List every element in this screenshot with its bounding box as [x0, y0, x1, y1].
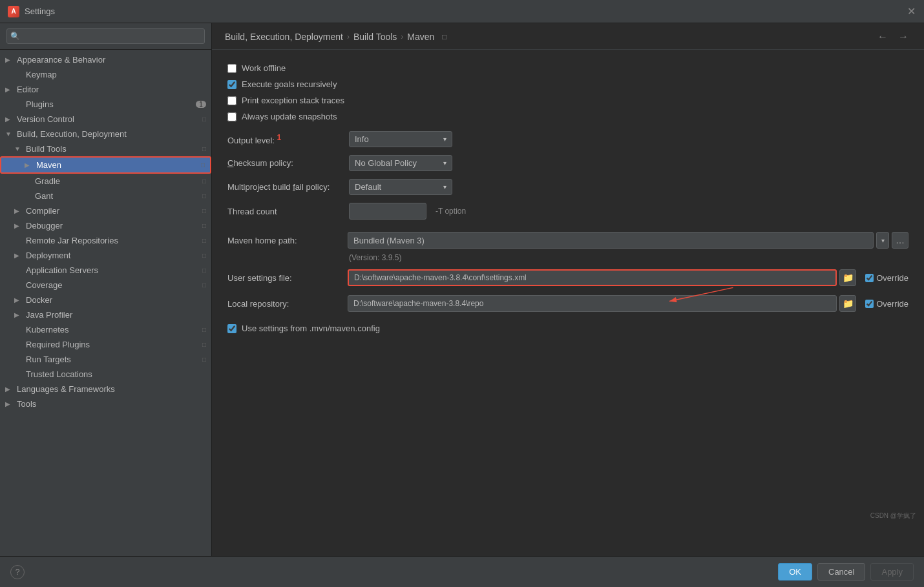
pin-icon-maven: □ — [201, 161, 205, 169]
help-button[interactable]: ? — [10, 565, 25, 579]
sidebar-item-application-servers[interactable]: Application Servers□ — [0, 263, 211, 278]
maven-home-dropdown-btn[interactable]: ▾ — [876, 232, 889, 249]
sidebar-label-build-execution-deployment: Build, Execution, Deployment — [17, 129, 127, 139]
print-stack-label[interactable]: Print exception stack traces — [242, 96, 344, 105]
sidebar-item-maven[interactable]: ▶Maven□ — [0, 156, 211, 174]
sidebar-item-tools[interactable]: ▶Tools — [0, 396, 211, 411]
breadcrumb-bar: Build, Execution, Deployment › Build Too… — [212, 23, 924, 50]
thread-count-label: Thread count — [227, 207, 344, 216]
sidebar-label-build-tools: Build Tools — [26, 144, 67, 154]
thread-count-input[interactable] — [349, 203, 426, 220]
sidebar-label-keymap: Keymap — [26, 70, 57, 79]
sidebar-item-deployment[interactable]: ▶Deployment□ — [0, 248, 211, 263]
sidebar-item-plugins[interactable]: Plugins1 — [0, 97, 211, 112]
sidebar-item-trusted-locations[interactable]: Trusted Locations — [0, 367, 211, 382]
maven-home-input: Bundled (Maven 3) — [348, 232, 874, 249]
maven-home-label: Maven home path: — [227, 236, 344, 245]
sidebar-item-build-execution-deployment[interactable]: ▼Build, Execution, Deployment — [0, 127, 211, 141]
maven-home-more-btn[interactable]: … — [892, 232, 908, 249]
local-repo-override-label[interactable]: Override — [876, 299, 908, 309]
work-offline-label[interactable]: Work offline — [242, 63, 286, 73]
sidebar-item-coverage[interactable]: Coverage□ — [0, 278, 211, 293]
user-settings-input[interactable]: D:\software\apache-maven-3.8.4\conf\sett… — [348, 269, 837, 286]
sidebar-label-trusted-locations: Trusted Locations — [26, 369, 92, 379]
local-repo-input[interactable]: D:\software\apache-maven-3.8.4\repo — [348, 295, 837, 312]
sidebar-item-appearance[interactable]: ▶Appearance & Behavior — [0, 52, 211, 67]
sidebar-item-debugger[interactable]: ▶Debugger□ — [0, 218, 211, 233]
checksum-label: Checksum policy: — [227, 158, 344, 168]
print-stack-checkbox[interactable] — [227, 96, 236, 105]
pin-icon-application-servers: □ — [202, 267, 206, 274]
tree-arrow-docker: ▶ — [14, 296, 23, 304]
sidebar-item-java-profiler[interactable]: ▶Java Profiler — [0, 307, 211, 322]
checksum-arrow: ▾ — [443, 160, 446, 167]
pin-icon-build-tools: □ — [202, 145, 206, 152]
sidebar-label-required-plugins: Required Plugins — [26, 340, 90, 349]
output-level-dropdown[interactable]: Info ▾ — [349, 131, 452, 147]
local-repo-label: Local repository: — [227, 299, 344, 309]
cancel-button[interactable]: Cancel — [817, 563, 865, 581]
user-settings-folder-btn[interactable]: 📁 — [839, 269, 856, 286]
breadcrumb-sep-2: › — [401, 32, 403, 41]
local-repo-override-checkbox[interactable] — [865, 300, 874, 308]
breadcrumb-item-3: Maven — [407, 32, 434, 42]
breadcrumb-sep-1: › — [347, 32, 350, 41]
breadcrumb: Build, Execution, Deployment › Build Too… — [225, 32, 447, 42]
execute-goals-label[interactable]: Execute goals recursively — [242, 79, 337, 89]
output-level-label: Output level: 1 — [227, 133, 344, 145]
back-button[interactable]: ← — [875, 30, 890, 44]
user-settings-override-checkbox[interactable] — [865, 274, 874, 282]
apply-button[interactable]: Apply — [870, 563, 914, 581]
tree-arrow-build-execution-deployment: ▼ — [5, 130, 14, 138]
pin-icon-kubernetes: □ — [202, 326, 206, 333]
local-repo-folder-btn[interactable]: 📁 — [839, 295, 856, 312]
pin-icon[interactable]: □ — [442, 32, 446, 41]
tree-arrow-version-control: ▶ — [5, 116, 14, 123]
search-input[interactable] — [6, 28, 205, 44]
sidebar-item-gradle[interactable]: Gradle□ — [0, 174, 211, 189]
use-settings-checkbox[interactable] — [227, 324, 236, 333]
bottom-bar: ? OK Cancel Apply — [0, 556, 924, 587]
sidebar-item-gant[interactable]: Gant□ — [0, 189, 211, 203]
tree-arrow-editor: ▶ — [5, 86, 14, 93]
sidebar-label-languages-frameworks: Languages & Frameworks — [17, 384, 115, 394]
multiproject-dropdown[interactable]: Default ▾ — [349, 179, 452, 195]
tree-arrow-compiler: ▶ — [14, 207, 23, 214]
always-update-checkbox[interactable] — [227, 112, 236, 121]
pin-icon-gant: □ — [202, 192, 206, 200]
always-update-label[interactable]: Always update snapshots — [242, 112, 337, 121]
sidebar-item-languages-frameworks[interactable]: ▶Languages & Frameworks — [0, 382, 211, 396]
sidebar-label-remote-jar: Remote Jar Repositories — [26, 236, 118, 245]
ok-button[interactable]: OK — [778, 563, 812, 581]
sidebar-label-java-profiler: Java Profiler — [26, 310, 72, 320]
sidebar-tree: ▶Appearance & BehaviorKeymap▶EditorPlugi… — [0, 50, 211, 556]
sidebar-item-version-control[interactable]: ▶Version Control□ — [0, 112, 211, 127]
execute-goals-checkbox[interactable] — [227, 80, 236, 89]
sidebar-label-coverage: Coverage — [26, 280, 62, 290]
sidebar-item-keymap[interactable]: Keymap — [0, 67, 211, 82]
close-button[interactable]: ✕ — [906, 6, 916, 17]
sidebar-item-kubernetes[interactable]: Kubernetes□ — [0, 322, 211, 337]
search-icon: 🔍 — [10, 32, 20, 41]
use-settings-label[interactable]: Use settings from .mvn/maven.config — [242, 324, 380, 333]
user-settings-override-label[interactable]: Override — [876, 273, 908, 283]
sidebar-item-build-tools[interactable]: ▼Build Tools□ — [0, 141, 211, 156]
sidebar-item-remote-jar[interactable]: Remote Jar Repositories□ — [0, 233, 211, 248]
sidebar-item-required-plugins[interactable]: Required Plugins□ — [0, 337, 211, 352]
sidebar-item-docker[interactable]: ▶Docker — [0, 293, 211, 307]
user-settings-label: User settings file: — [227, 273, 344, 283]
work-offline-checkbox[interactable] — [227, 64, 236, 73]
sidebar-label-version-control: Version Control — [17, 114, 74, 124]
forward-button[interactable]: → — [896, 30, 911, 44]
sidebar-item-editor[interactable]: ▶Editor — [0, 82, 211, 97]
sidebar-item-run-targets[interactable]: Run Targets□ — [0, 352, 211, 367]
multiproject-arrow: ▾ — [443, 183, 446, 191]
checksum-dropdown[interactable]: No Global Policy ▾ — [349, 155, 452, 171]
sidebar-label-kubernetes: Kubernetes — [26, 325, 69, 335]
tree-arrow-languages-frameworks: ▶ — [5, 386, 14, 393]
sidebar-label-deployment: Deployment — [26, 251, 70, 260]
sidebar-item-compiler[interactable]: ▶Compiler□ — [0, 203, 211, 218]
badge-plugins: 1 — [196, 101, 206, 108]
sidebar-label-compiler: Compiler — [26, 206, 59, 216]
pin-icon-debugger: □ — [202, 222, 206, 229]
